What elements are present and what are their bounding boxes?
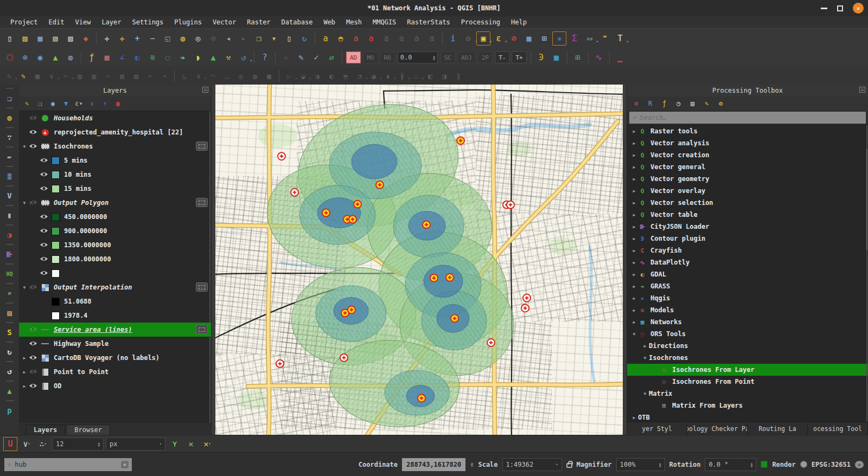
db-manager-icon[interactable]: ▮ [3,208,17,222]
toolbox-expander[interactable]: ▶ [630,213,638,217]
locator-clear-icon[interactable]: ✕ [121,461,129,468]
diagram-icon[interactable]: ◓ [334,31,348,46]
manage-map-themes-icon[interactable]: ◉ [48,99,58,108]
label-rule-icon[interactable]: a [364,31,378,46]
help-contents-icon[interactable]: ? [258,50,272,65]
menu-view[interactable]: View [70,17,95,27]
layer-visibility-icon[interactable] [29,129,39,136]
run-actions-icon[interactable]: ⚙▾ [461,31,475,46]
map-tips-icon[interactable]: ❝ [598,31,612,46]
toolbox-expander[interactable]: ▶ [630,236,638,241]
snap-unit-select[interactable]: px▾ [106,438,165,451]
layer-item-service-area-lines-[interactable]: Service area (lines) [19,323,211,337]
toolbox-item-ors-tools[interactable]: ▼◌ORS Tools [627,328,868,340]
layer-visibility-icon[interactable] [29,200,39,206]
toolbox-expander[interactable]: ▶ [630,189,638,194]
zoom-in-icon[interactable]: + [130,31,144,46]
show-bookmarks-icon[interactable]: ▯ [282,31,296,46]
layout-manager-icon[interactable]: ▧ [63,31,78,46]
layer-expander[interactable]: ▶ [21,384,28,389]
sld4raster-icon[interactable]: ▦ [550,50,564,65]
snap-tolerance-spinbox[interactable]: 12▲▼ [52,438,104,451]
layer-visibility-icon[interactable] [29,143,39,150]
toolbox-item-grass[interactable]: ▶❧GRASS [627,280,868,292]
layer-map-indicator-icon[interactable] [196,141,208,151]
layer-item-15-mins[interactable]: 15 mins [19,182,211,196]
trim-extend-icon[interactable]: ∦▾ [395,69,409,82]
layer-visibility-icon[interactable] [29,383,39,389]
toolbox-item-cityjson-loader[interactable]: ▶⊪CityJSON Loader [627,221,868,233]
toolbox-expander[interactable]: ▼ [630,332,638,337]
messages-icon[interactable]: ✉ [855,461,864,468]
osm-place-search-icon[interactable]: ◍ [63,50,78,65]
layer-item-51-0688[interactable]: 51.0688 [19,294,211,308]
open-project-icon[interactable]: ▨ [18,31,32,46]
toolbox-item-vector-geometry[interactable]: ▶QVector geometry [627,173,868,185]
results-viewer-icon[interactable]: ▤ [688,99,697,108]
undo-icon[interactable]: ↶ [144,69,157,82]
select-features-icon[interactable]: ▣▾ [476,31,490,46]
layer-visibility-icon[interactable] [40,256,49,262]
histogram-icon[interactable]: ▁ [613,50,627,65]
auxiliary-mo-button[interactable]: MO [363,52,378,63]
toolbox-expander[interactable]: ▶ [630,260,638,265]
rotate-feature-icon[interactable]: ◠ [206,69,219,82]
toolbox-expander[interactable]: ▶ [630,320,638,325]
menu-plugins[interactable]: Plugins [169,17,207,27]
auxiliary-ad-button[interactable]: AD [346,52,361,63]
digitize-blue-icon[interactable]: ✎ [294,50,308,65]
models-menu-icon[interactable]: ⚙ [631,99,641,108]
qgis2threejs-icon[interactable]: ▲ [48,50,62,65]
layer-item-households[interactable]: Households [19,111,211,125]
select-by-expression-icon[interactable]: ε▾ [492,31,506,46]
add-wms-wcs-icon[interactable]: ◍ [3,111,17,125]
hqgis-icon[interactable]: HQ [3,267,17,281]
layer-visibility-icon[interactable] [29,326,39,333]
layer-item-point-to-point[interactable]: ▶Point to Point [19,365,211,379]
identify-features-icon[interactable]: i [446,31,460,46]
zoom-native-icon[interactable]: ⊙ [206,31,220,46]
epsg-button[interactable]: EPSG:32651 [812,461,851,468]
advanced-digitize-icon[interactable]: ◺ [178,69,191,82]
auxiliary-2p-button[interactable]: 2P [478,52,493,63]
auxiliary-ro-button[interactable]: RO [380,52,395,63]
layer-visibility-icon[interactable] [40,228,49,234]
layer-visibility-icon[interactable] [29,369,39,375]
style-manager-icon[interactable]: ◆ [79,31,93,46]
add-ring-icon[interactable]: ◎ [234,69,247,82]
rotation-spinbox[interactable]: 0.0 °▲▼ [705,458,756,471]
zoom-next-icon[interactable]: ▸ [237,31,251,46]
toolbox-item-matrix[interactable]: ▼Matrix [627,388,868,400]
toolbox-item-vector-general[interactable]: ▶QVector general [627,161,868,173]
toolbox-item-isochrones[interactable]: ▼Isochrones [627,352,868,364]
expand-all-icon[interactable]: ⇕ [87,99,97,108]
layer-visibility-icon[interactable] [29,115,39,121]
menu-settings[interactable]: Settings [127,17,169,27]
save-project-icon[interactable]: ▦ [33,31,47,46]
layer-visibility-icon[interactable] [40,171,49,178]
toolbox-item-vector-selection[interactable]: ▶QVector selection [627,197,868,209]
layer-item-1350-0000000[interactable]: 1350.0000000 [19,238,211,252]
layer-item-isochrones[interactable]: ▼Isochrones [19,139,211,153]
merge-attributes-icon[interactable]: ◔▾ [353,69,366,82]
toolbox-expander[interactable]: ▼ [641,356,649,361]
menu-mmqgis[interactable]: MMQGIS [368,17,401,27]
layers-panel-popout-icon[interactable]: ⧉ [202,87,208,93]
undo-blue-icon[interactable]: ↺▾ [237,50,251,65]
filter-by-expression-icon[interactable]: ε▾ [74,99,84,108]
copy-features-icon[interactable]: ▤ [116,69,129,82]
toolbox-expander[interactable]: ▶ [630,415,638,420]
python-console-icon[interactable]: ƒ [85,50,99,65]
reverse-geocode-icon[interactable]: ↺ [3,364,17,378]
toolbox-expander[interactable]: ▶ [630,248,638,253]
toolbox-item-otb[interactable]: ▶OTB [627,411,868,422]
snapping-on-intersection-icon[interactable]: ✕ [184,437,198,451]
layer-item-reprojected-amenity-hospital-22-[interactable]: +reprojected_amenity_hospital [22] [19,125,211,139]
trace-icon[interactable]: ◨ [438,69,451,82]
avoid-intersections-icon[interactable]: ∥ [452,69,465,82]
angle-spinbox[interactable]: 0.0▲▼ [398,52,438,63]
osm-search-icon[interactable]: ⌕ [3,286,17,300]
crosshair-icon[interactable]: ✛ [279,50,293,65]
open-layer-styling-icon[interactable]: ✎ [22,99,31,108]
layer-item-10-mins[interactable]: 10 mins [19,168,211,182]
